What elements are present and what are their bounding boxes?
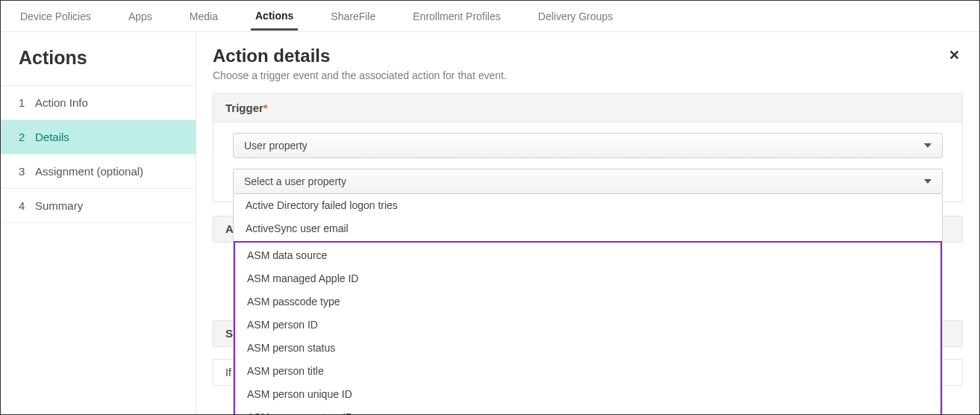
asm-highlight-box: ASM data sourceASM managed Apple IDASM p… [234, 241, 942, 414]
trigger-panel-body: User property Select a user property Act… [213, 122, 962, 202]
top-tab-bar: Device Policies Apps Media Actions Share… [1, 1, 979, 32]
step-label: Details [35, 131, 69, 143]
user-property-dropdown[interactable]: Active Directory failed logon triesActiv… [233, 194, 943, 414]
chevron-down-icon [924, 179, 931, 184]
user-property-value: Select a user property [244, 175, 346, 187]
user-property-option[interactable]: ASM person status [235, 337, 940, 360]
user-property-option[interactable]: Active Directory failed logon tries [234, 194, 942, 217]
user-property-dropdown-wrapper: Select a user property Active Directory … [233, 169, 943, 194]
wizard-steps: 1 Action Info 2 Details 3 Assignment (op… [1, 85, 196, 223]
step-number: 4 [19, 199, 29, 212]
user-property-option[interactable]: ASM source system ID [235, 406, 940, 414]
user-property-option[interactable]: ASM data source [235, 244, 940, 267]
trigger-panel: Trigger* User property Select a user pro… [213, 93, 963, 202]
step-label: Action Info [35, 96, 88, 109]
step-summary[interactable]: 4 Summary [1, 189, 196, 223]
page-title: Action details [213, 46, 507, 66]
tab-sharefile[interactable]: ShareFile [326, 3, 380, 29]
sidebar-title: Actions [1, 47, 196, 85]
user-property-option[interactable]: ActiveSync user email [234, 217, 942, 240]
wizard-sidebar: Actions 1 Action Info 2 Details 3 Assign… [1, 32, 196, 414]
close-icon[interactable]: ✕ [946, 46, 963, 65]
step-label: Assignment (optional) [35, 165, 143, 178]
main-layout: Actions 1 Action Info 2 Details 3 Assign… [1, 32, 979, 414]
trigger-type-value: User property [244, 140, 308, 152]
step-number: 3 [19, 165, 29, 178]
tab-device-policies[interactable]: Device Policies [16, 3, 96, 29]
user-property-select[interactable]: Select a user property [233, 169, 943, 194]
user-property-option[interactable]: ASM managed Apple ID [235, 267, 940, 290]
step-label: Summary [35, 199, 83, 212]
user-property-option[interactable]: ASM person title [235, 360, 940, 383]
tab-actions[interactable]: Actions [251, 2, 298, 31]
chevron-down-icon [924, 143, 931, 148]
step-number: 1 [19, 96, 29, 109]
trigger-type-select[interactable]: User property [233, 133, 943, 158]
trigger-panel-header: Trigger* [213, 94, 962, 122]
step-details[interactable]: 2 Details [1, 120, 196, 155]
user-property-option[interactable]: ASM passcode type [235, 290, 940, 313]
user-property-option[interactable]: ASM person ID [235, 313, 940, 337]
page-subtitle: Choose a trigger event and the associate… [213, 69, 507, 81]
tab-enrollment-profiles[interactable]: Enrollment Profiles [408, 3, 505, 29]
step-action-info[interactable]: 1 Action Info [1, 85, 196, 120]
content-pane: Action details Choose a trigger event an… [196, 32, 979, 414]
step-number: 2 [19, 131, 29, 143]
tab-delivery-groups[interactable]: Delivery Groups [534, 3, 617, 29]
tab-apps[interactable]: Apps [124, 3, 157, 29]
user-property-option[interactable]: ASM person unique ID [235, 383, 940, 406]
content-header: Action details Choose a trigger event an… [213, 46, 963, 93]
required-mark: * [263, 102, 268, 114]
tab-media[interactable]: Media [185, 3, 222, 29]
step-assignment[interactable]: 3 Assignment (optional) [1, 155, 196, 189]
trigger-label: Trigger [225, 102, 263, 114]
